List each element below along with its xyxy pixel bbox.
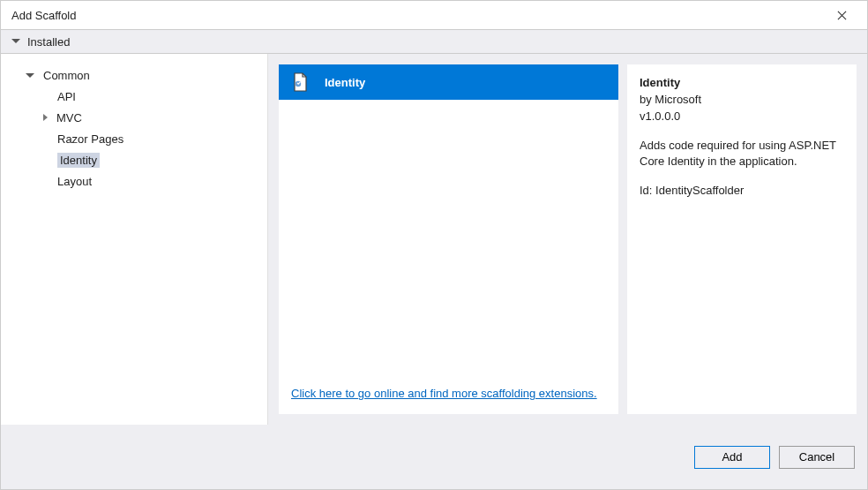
- tree-item-label: MVC: [56, 111, 82, 124]
- identity-file-icon: [288, 70, 312, 94]
- tree-item-common[interactable]: Common: [8, 64, 267, 86]
- chevron-right-icon: [43, 114, 48, 121]
- list-spacer: [279, 100, 618, 376]
- cancel-button[interactable]: Cancel: [779, 446, 855, 469]
- details-description: Adds code required for using ASP.NET Cor…: [640, 138, 844, 171]
- tree-item-label: Razor Pages: [57, 132, 123, 146]
- tree-item-identity[interactable]: Identity: [8, 149, 267, 170]
- close-icon: [837, 11, 847, 20]
- add-button[interactable]: Add: [694, 446, 770, 469]
- tree-item-api[interactable]: API: [8, 86, 267, 107]
- chevron-down-icon: [26, 73, 34, 78]
- tree-item-label: Common: [43, 69, 90, 82]
- details-title: Identity: [640, 75, 844, 92]
- filter-label: Installed: [27, 35, 70, 49]
- details-id: Id: IdentityScaffolder: [640, 183, 844, 200]
- filter-bar[interactable]: Installed: [1, 29, 867, 54]
- window-title: Add Scaffold: [11, 9, 76, 22]
- tree-item-label: Identity: [57, 153, 100, 168]
- dialog-body: Common API MVC Razor Pages Identity Layo…: [1, 54, 867, 425]
- list-item-label: Identity: [325, 76, 365, 89]
- tree-item-mvc[interactable]: MVC: [8, 107, 267, 128]
- details-by-prefix: by: [640, 93, 655, 106]
- details-author: by Microsoft: [640, 92, 844, 109]
- close-button[interactable]: [825, 3, 858, 27]
- tree-item-label: Layout: [57, 175, 92, 188]
- details-id-value: IdentityScaffolder: [655, 184, 744, 197]
- tree-item-layout[interactable]: Layout: [8, 170, 267, 192]
- list-item-identity[interactable]: Identity: [279, 64, 618, 100]
- titlebar: Add Scaffold: [1, 1, 867, 29]
- dialog-footer: Add Cancel: [1, 425, 867, 489]
- online-extensions-link[interactable]: Click here to go online and find more sc…: [291, 387, 597, 400]
- details-version: v1.0.0.0: [640, 109, 844, 125]
- tree-item-label: API: [57, 90, 76, 103]
- chevron-down-icon: [11, 39, 20, 43]
- details-id-prefix: Id:: [640, 184, 655, 197]
- details-pane: Identity by Microsoft v1.0.0.0 Adds code…: [627, 64, 857, 414]
- category-sidebar: Common API MVC Razor Pages Identity Layo…: [1, 54, 268, 425]
- template-list: Identity Click here to go online and fin…: [279, 64, 618, 414]
- details-by: Microsoft: [655, 93, 701, 106]
- tree-item-razor-pages[interactable]: Razor Pages: [8, 128, 267, 149]
- online-extensions-link-wrap: Click here to go online and find more sc…: [279, 376, 618, 414]
